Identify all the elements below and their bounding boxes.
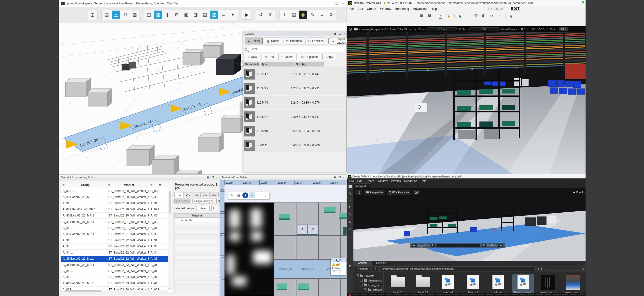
scene-3d-icon[interactable]: △ xyxy=(112,10,120,19)
bookmark-icon[interactable]: ▼ xyxy=(229,10,237,19)
tab-content[interactable]: Content xyxy=(354,261,372,266)
clear-button[interactable]: clear xyxy=(196,206,210,211)
expand-icon[interactable]: + xyxy=(364,289,366,291)
table-row[interactable]: A_32 Band02_21_MR.1ST_Band02_21_WK_Werke… xyxy=(61,219,172,225)
menu-help[interactable]: Help xyxy=(430,7,437,10)
file-tile[interactable]: regensburg_co xyxy=(538,275,559,293)
catalog-maximize-icon[interactable]: ❐ xyxy=(339,32,341,35)
lens-chevron-icon[interactable]: ▼ xyxy=(414,28,416,30)
play-tool-icon[interactable]: ▶ xyxy=(349,264,352,267)
mpe-dock-icon[interactable]: ▣ xyxy=(207,176,209,179)
collapse-icon[interactable]: - xyxy=(356,275,358,277)
timeline-fwd-button[interactable]: ▶ xyxy=(498,244,504,247)
table-row[interactable]: A_40 Band02_20_MR.1ST_Band02_20_WK_Werke… xyxy=(61,213,172,219)
zoom-slider[interactable]: 18.1mm xyxy=(427,27,457,31)
fstop-slider[interactable]: 0.0 xyxy=(469,27,498,31)
filter-icon[interactable]: ▽ xyxy=(150,184,152,186)
menu-file[interactable]: File xyxy=(349,179,354,182)
table-row[interactable]: A_028 ...ST_Band02_20_WK_Werker_LA_028 xyxy=(61,188,172,194)
catalog-row[interactable]: 31044441.240 × 0.836 × 0.970 xyxy=(244,96,346,109)
catalog-row[interactable]: 31061470.396 × 0.594 × 0.147 xyxy=(244,110,346,123)
bookmark-icon[interactable]: ▮ xyxy=(541,267,542,271)
table-row[interactable]: A_34 ...ST_Band02_22_WK_Werker_RA_34 xyxy=(61,244,172,250)
zone-green-box[interactable] xyxy=(324,207,336,213)
path-field[interactable]: omniverse://localhost/Projects/bmw_poc/i… xyxy=(380,266,536,271)
light-icon[interactable] xyxy=(458,13,462,18)
expand-icon[interactable]: + xyxy=(360,279,362,282)
move-icon[interactable]: + xyxy=(466,13,470,18)
tools-icon[interactable]: ⚙ xyxy=(327,10,335,19)
zone-green-box[interactable] xyxy=(276,284,287,290)
zone-green-box[interactable] xyxy=(279,214,290,220)
material-row[interactable]: ▫ X A_35 xyxy=(174,218,220,222)
tree-item-bmw-poc[interactable]: -bmw_poc xyxy=(356,283,384,288)
menu-physics[interactable]: Physics xyxy=(391,179,401,182)
camera-name[interactable]: camera_Perspective11 xyxy=(359,28,388,31)
col-type[interactable]: Type xyxy=(260,62,294,66)
table-row-selected[interactable]: A_35 Band02_22_ML.1ST_Band02_22_WK_Werke… xyxy=(61,256,172,262)
worker-icon[interactable]: ▮ xyxy=(163,10,172,19)
table-icon[interactable]: ▤ xyxy=(201,10,209,19)
col-group[interactable]: ▽Group xyxy=(61,182,107,188)
scale-tool-icon[interactable]: ⤡ xyxy=(349,213,351,217)
iso-value[interactable]: 100.0 xyxy=(538,28,544,31)
iso-stepper[interactable]: ▲▼ xyxy=(546,28,548,30)
menu-help[interactable]: Help xyxy=(421,179,427,182)
catalog-row[interactable]: 31082100.596 × 0.794 × 0.210 xyxy=(244,124,346,138)
file-tile[interactable]: band_03 xyxy=(412,275,434,293)
table-row[interactable]: A_31 ...ST_Band02_22_WK_Werker_LA_31 xyxy=(61,237,172,244)
zone-cell-a[interactable]: A xyxy=(297,225,308,235)
cursor-icon[interactable] xyxy=(446,13,451,18)
edit-mode-button[interactable]: EDIT xyxy=(511,7,520,11)
sunlight-icon[interactable] xyxy=(509,13,513,18)
table-row[interactable]: A_41 Band02_23_ML.1ST_Band02_23_WK_Werke… xyxy=(61,280,172,287)
catalog-row[interactable]: 31037251.230 × 0.852 × 0.991 xyxy=(244,81,346,95)
play-button[interactable]: ▶ xyxy=(242,10,252,20)
menu-hamburger-icon[interactable] xyxy=(348,185,352,188)
image-icon[interactable]: ◨ xyxy=(191,10,200,19)
file-tile[interactable]: USDracks.usd xyxy=(487,275,509,293)
menu-file[interactable]: File xyxy=(349,7,354,10)
lens-value[interactable]: 17 - 35 mm xyxy=(398,28,412,31)
file-tile[interactable]: USDarea.usd xyxy=(437,275,459,293)
filter-icon[interactable]: ∇ xyxy=(582,267,584,271)
filter-icon[interactable]: ∇ xyxy=(266,10,274,19)
menu-edit[interactable]: Edit xyxy=(358,7,363,10)
import-button[interactable]: + Import xyxy=(355,266,370,271)
tab-facilities[interactable]: ΠFacilities xyxy=(306,37,326,44)
audio-tool-icon[interactable]: ∩ xyxy=(349,227,351,231)
pen-icon[interactable]: ✎ xyxy=(308,10,316,19)
perspective-button[interactable]: Perspective xyxy=(364,190,385,195)
menu-window[interactable]: Window xyxy=(380,7,391,10)
filter-icon[interactable]: ▽ xyxy=(108,184,110,186)
review-mode-button[interactable]: REVIEW xyxy=(488,7,503,11)
tab-products[interactable]: ⊟Products xyxy=(283,37,304,44)
menu-window[interactable]: Window xyxy=(378,179,388,182)
focal-stepper[interactable]: ▲▼ xyxy=(527,28,528,30)
filter-icon[interactable]: ▽ xyxy=(63,184,64,186)
path-filter-icon[interactable]: ▼ xyxy=(537,268,540,270)
prop-tab[interactable]: A... xyxy=(210,192,219,197)
stage-tool-icon[interactable]: Y xyxy=(439,13,443,18)
file-tile[interactable]: USDbmw.usd xyxy=(462,275,484,293)
zone-green-box[interactable] xyxy=(340,213,346,219)
apply-button[interactable]: Apply xyxy=(322,54,336,60)
zone-green-box[interactable] xyxy=(298,284,309,290)
prop-tab[interactable]: P... xyxy=(192,192,201,197)
close-icon[interactable]: × xyxy=(343,2,344,5)
open-project-icon[interactable]: ▤ xyxy=(102,10,111,19)
col-size[interactable]: Size [m] xyxy=(295,62,324,66)
report-icon[interactable]: ▥ xyxy=(130,10,139,19)
import-catalog-button[interactable]: →]Import catalog xyxy=(328,37,347,44)
orbit-tool-icon[interactable]: ◎ xyxy=(349,191,352,195)
menu-edit[interactable]: Edit xyxy=(357,179,362,182)
ratio-value[interactable]: 16:9 xyxy=(559,27,568,31)
table-row[interactable]: A_33 Band02_21_MR.1ST_Band02_21_WK_Werke… xyxy=(61,231,172,237)
menu-rendering[interactable]: Rendering xyxy=(395,7,409,10)
sort-icon[interactable]: ≡ xyxy=(219,10,228,19)
file-tile[interactable]: regensburg_co xyxy=(562,275,584,293)
mpe-maximize-icon[interactable]: ❐ xyxy=(212,176,214,179)
tab-racks[interactable]: ▤Racks xyxy=(264,37,282,44)
catalog-dock-icon[interactable]: ▣ xyxy=(334,32,336,35)
mze-close-icon[interactable]: × xyxy=(343,176,344,179)
